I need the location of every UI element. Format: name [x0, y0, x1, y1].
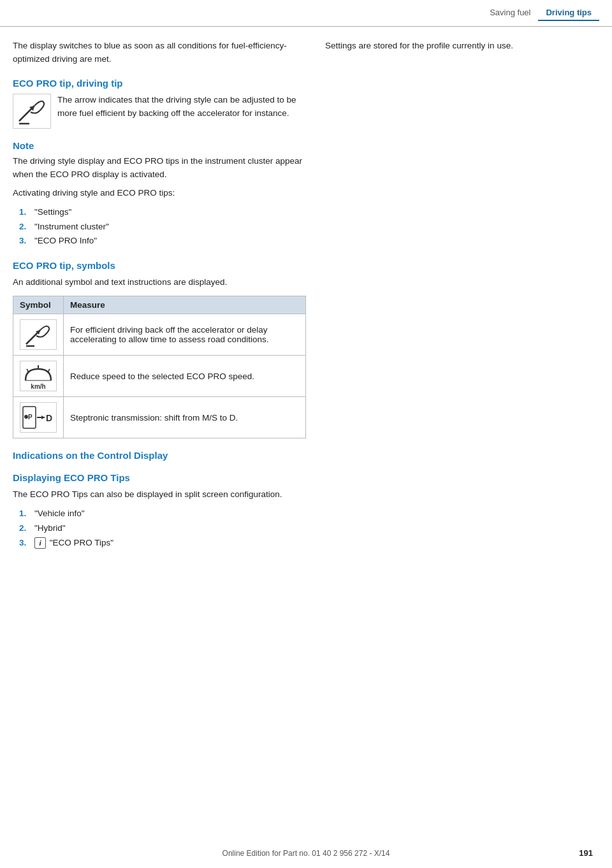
right-column: Settings are stored for the profile curr… — [325, 40, 580, 556]
step-text: "ECO PRO Info" — [34, 234, 97, 249]
list-item: 2. "Instrument cluster" — [19, 220, 306, 235]
measure-cell-2: Reduce speed to the selected ECO PRO spe… — [64, 356, 306, 397]
step-num: 1. — [19, 205, 29, 220]
eco-tips-label: "ECO PRO Tips" — [50, 538, 113, 547]
step-text: i "ECO PRO Tips" — [34, 536, 113, 551]
note-heading: Note — [13, 140, 306, 151]
symbol-d-icon: P D — [20, 402, 57, 433]
arrow-leaf-icon — [17, 97, 47, 125]
eco-pro-tip-driving-heading: ECO PRO tip, driving tip — [13, 78, 306, 89]
activating-text: Activating driving style and ECO PRO tip… — [13, 187, 306, 200]
activating-steps-list: 1. "Settings" 2. "Instrument cluster" 3.… — [19, 205, 306, 249]
eco-tip-driving-icon — [13, 94, 51, 129]
table-row: For efficient driving back off the accel… — [13, 314, 306, 356]
step-num: 2. — [19, 521, 29, 536]
info-icon: i — [34, 537, 46, 549]
page-header: Saving fuel Driving tips — [0, 0, 612, 27]
settings-stored-text: Settings are stored for the profile curr… — [325, 40, 580, 53]
symbol-cell-kmh: km/h — [13, 356, 64, 397]
symbol-table: Symbol Measure — [13, 296, 306, 438]
speed-icon — [22, 363, 54, 383]
step-text: "Settings" — [34, 205, 71, 220]
step-text: "Vehicle info" — [34, 507, 85, 521]
displaying-text: The ECO PRO Tips can also be displayed i… — [13, 488, 306, 502]
step-num: 3. — [19, 536, 29, 551]
control-display-heading: Indications on the Control Display — [13, 450, 306, 461]
table-header-measure: Measure — [64, 296, 306, 314]
list-item: 3. "ECO PRO Info" — [19, 234, 306, 249]
symbol-cell-d: P D — [13, 397, 64, 438]
table-row: km/h Reduce speed to the selected ECO PR… — [13, 356, 306, 397]
measure-cell-1: For efficient driving back off the accel… — [64, 314, 306, 356]
displaying-steps-list: 1. "Vehicle info" 2. "Hybrid" 3. i "ECO … — [19, 507, 306, 551]
eco-tip-driving-text: The arrow indicates that the driving sty… — [57, 94, 306, 120]
displaying-eco-heading: Displaying ECO PRO Tips — [13, 472, 306, 483]
symbol-arrow-icon — [20, 319, 57, 350]
table-header-symbol: Symbol — [13, 296, 64, 314]
step-text: "Hybrid" — [34, 521, 66, 536]
step-num: 1. — [19, 507, 29, 521]
list-item: 3. i "ECO PRO Tips" — [19, 536, 306, 551]
symbol-kmh-icon: km/h — [20, 361, 57, 391]
measure-cell-3: Steptronic transmission: shift from M/S … — [64, 397, 306, 438]
step-num: 3. — [19, 234, 29, 249]
eco-symbols-heading: ECO PRO tip, symbols — [13, 260, 306, 271]
page-number: 191 — [579, 848, 593, 858]
main-content: The display switches to blue as soon as … — [0, 27, 612, 568]
left-column: The display switches to blue as soon as … — [13, 40, 306, 556]
list-item: 1. "Vehicle info" — [19, 507, 306, 521]
arrow-eco-icon — [24, 322, 52, 347]
footer-text: Online Edition for Part no. 01 40 2 956 … — [222, 849, 390, 858]
shift-d-icon: P D — [22, 404, 55, 431]
intro-text: The display switches to blue as soon as … — [13, 40, 306, 66]
svg-text:P: P — [28, 414, 33, 421]
eco-symbols-intro: An additional symbol and text instructio… — [13, 276, 306, 289]
step-text: "Instrument cluster" — [34, 220, 109, 235]
svg-text:D: D — [46, 413, 52, 423]
note-text: The driving style display and ECO PRO ti… — [13, 155, 306, 182]
eco-tip-driving-box: The arrow indicates that the driving sty… — [13, 94, 306, 129]
table-row: P D Steptronic transmission: shift from … — [13, 397, 306, 438]
list-item: 2. "Hybrid" — [19, 521, 306, 536]
nav-saving-fuel[interactable]: Saving fuel — [482, 5, 538, 21]
nav-driving-tips[interactable]: Driving tips — [538, 5, 599, 21]
symbol-cell-arrow — [13, 314, 64, 356]
step-num: 2. — [19, 220, 29, 235]
header-nav: Saving fuel Driving tips — [482, 5, 599, 21]
footer: Online Edition for Part no. 01 40 2 956 … — [0, 849, 612, 858]
svg-marker-14 — [41, 416, 45, 419]
list-item: 1. "Settings" — [19, 205, 306, 220]
